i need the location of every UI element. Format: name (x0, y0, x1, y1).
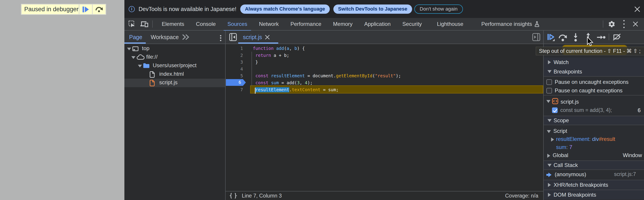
tab-label: Application (364, 21, 390, 27)
collapse-sidebar-button[interactable] (229, 33, 237, 41)
section-label: Scope (554, 117, 569, 124)
page-viewport: Paused in debugger (0, 0, 124, 200)
code-token: 3 (297, 80, 300, 85)
sidebar-menu-button[interactable] (220, 34, 222, 42)
tab-lighthouse[interactable]: Lighthouse (431, 18, 469, 30)
deactivate-breakpoints-button[interactable] (612, 33, 622, 42)
section-scope[interactable]: Scope (544, 116, 644, 125)
section-label: Watch (554, 59, 569, 65)
kebab-menu-icon (220, 35, 221, 36)
devtools-close-button[interactable] (631, 18, 640, 30)
tab-application[interactable]: Application (358, 18, 396, 30)
tab-label: Sources (228, 21, 247, 27)
line-number[interactable]: 4 (226, 66, 243, 73)
tree-item-file-[interactable]: file:// (124, 53, 225, 62)
pretty-print-button[interactable] (230, 193, 237, 199)
checkbox-unchecked[interactable] (546, 79, 552, 85)
tab-performance[interactable]: Performance (284, 18, 327, 30)
scope-group-script[interactable]: Script (544, 127, 644, 136)
code-line-4[interactable]: 4 (226, 66, 543, 73)
cursor-location: Line 7, Column 3 (242, 193, 282, 199)
toggle-device-toolbar-button[interactable] (139, 18, 149, 30)
frame-location: script.js:7 (614, 171, 636, 177)
tab-elements[interactable]: Elements (156, 18, 190, 30)
line-number[interactable]: 7 (226, 86, 243, 93)
tab-console[interactable]: Console (190, 18, 222, 30)
tab-memory[interactable]: Memory (327, 18, 358, 30)
tab-security[interactable]: Security (396, 18, 428, 30)
code-token: const (256, 73, 268, 78)
section-dom-breakpoints[interactable]: DOM Breakpoints (544, 190, 644, 200)
section-breakpoints[interactable]: Breakpoints (544, 67, 644, 77)
section-call-stack[interactable]: Call Stack (544, 161, 644, 170)
more-tabs-button[interactable] (182, 34, 190, 40)
code-token: ) { (297, 46, 305, 51)
tree-item-index-html[interactable]: index.html (124, 70, 225, 79)
step-over-button[interactable] (558, 33, 568, 42)
code-line-2[interactable]: 2 return a + b; (226, 52, 543, 59)
pause-uncaught-exceptions-row[interactable]: Pause on uncaught exceptions (544, 78, 644, 86)
tree-item-script-js[interactable]: script.js (124, 79, 225, 87)
kebab-menu-icon (623, 20, 625, 21)
line-number[interactable]: 3 (226, 59, 243, 66)
banner-resume-button[interactable] (80, 4, 92, 14)
settings-button[interactable] (607, 18, 616, 30)
step-into-button[interactable] (571, 33, 580, 42)
code-line-1[interactable]: 1function add(a, b) { (226, 45, 543, 52)
dont-show-again-button[interactable]: Don't show again (414, 4, 463, 14)
tree-item-users-user-project[interactable]: Users/user/project (124, 62, 225, 70)
tree-item-top[interactable]: top (124, 44, 225, 53)
inspect-element-button[interactable] (128, 18, 136, 30)
section-watch[interactable]: Watch (544, 57, 644, 67)
pause-caught-exceptions-row[interactable]: Pause on caught exceptions (544, 86, 644, 95)
code-token: textContent (292, 87, 320, 92)
banner-step-over-button[interactable] (93, 4, 106, 14)
resume-script-icon (82, 6, 89, 12)
resume-button[interactable] (546, 33, 556, 42)
open-right-panel-button[interactable] (532, 33, 540, 41)
code-line-5[interactable]: 5 const resultElement = document.getElem… (226, 72, 543, 79)
code-token (268, 80, 271, 85)
call-stack-frame[interactable]: (anonymous) script.js:7 (544, 170, 644, 179)
close-icon[interactable] (264, 34, 270, 40)
breakpoint-entry[interactable]: const sum = add(3, 4); 6 (544, 106, 644, 116)
chevron-down-icon (127, 48, 131, 50)
var-value-id: #result (599, 136, 615, 142)
checkbox-checked[interactable] (552, 107, 558, 113)
scope-var-sum[interactable]: sum: 7 (544, 144, 644, 152)
more-options-button[interactable] (620, 18, 628, 30)
code-line-3[interactable]: 3 } (226, 59, 543, 66)
code-token: a + b; (271, 53, 289, 58)
step-button[interactable] (596, 33, 606, 42)
code-editor[interactable]: 6 1function add(a, b) {2 return a + b;3 … (226, 44, 543, 191)
scope-group-global[interactable]: Global Window (544, 152, 644, 160)
scope-var-resultElement[interactable]: resultElement: div#result (544, 136, 644, 144)
line-number[interactable]: 5 (226, 72, 243, 79)
switch-devtools-japanese-button[interactable]: Switch DevTools to Japanese (333, 4, 412, 14)
tab-page[interactable]: Page (124, 30, 142, 44)
code-line-6[interactable]: 6 const sum = add(3, 4); (226, 79, 543, 86)
always-match-language-button[interactable]: Always match Chrome's language (240, 4, 330, 14)
chevron-down-icon (547, 130, 551, 133)
code-token (274, 46, 276, 51)
tab-performance-insights[interactable]: Performance insights (476, 18, 546, 30)
deactivate-breakpoints-icon (612, 33, 622, 41)
tab-sources[interactable]: Sources (222, 18, 253, 30)
mouse-cursor (585, 36, 594, 47)
breakpoint-group-script-js[interactable]: script.js (544, 95, 644, 106)
code-token (253, 53, 256, 58)
line-number[interactable]: 2 (226, 52, 243, 59)
devtools-window: i DevTools is now available in Japanese!… (124, 0, 644, 200)
code-token: b (294, 46, 297, 51)
line-number[interactable]: 1 (226, 45, 243, 52)
editor-tab-script-js[interactable]: script.js (237, 30, 279, 44)
tab-network[interactable]: Network (253, 18, 284, 30)
var-value: 7 (569, 144, 572, 150)
checkbox-unchecked[interactable] (546, 88, 552, 93)
section-xhr-breakpoints[interactable]: XHR/fetch Breakpoints (544, 180, 644, 190)
tab-workspace[interactable]: Workspace (151, 30, 179, 44)
infobar-close-button[interactable] (634, 6, 641, 12)
editor-status-bar: Line 7, Column 3 Coverage: n/a (226, 191, 543, 200)
code-line-7[interactable]: 7 resultElement.textContent = sum; (226, 86, 543, 93)
code-token: = document. (305, 73, 336, 78)
